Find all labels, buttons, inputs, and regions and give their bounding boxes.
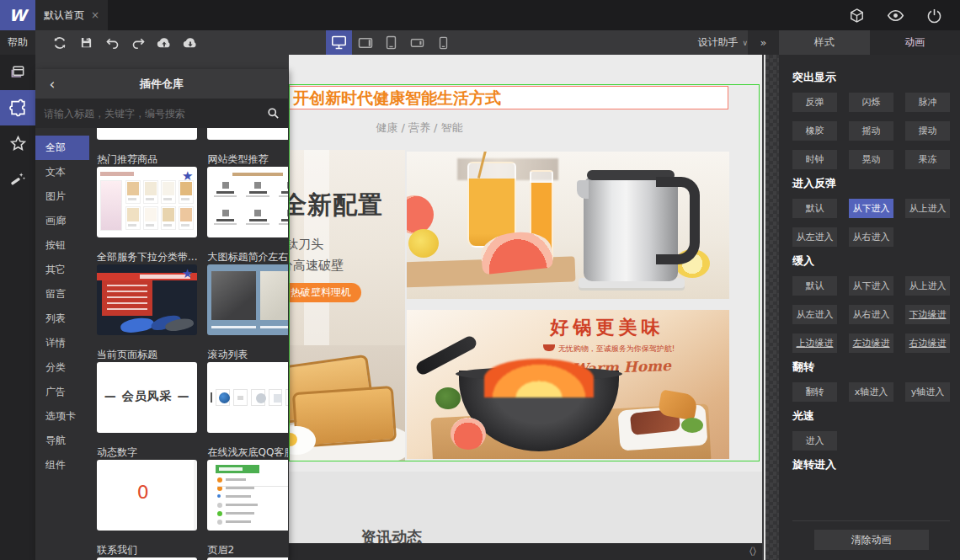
animation-option-button[interactable]: 从下进入 xyxy=(849,276,893,296)
code-view-icon[interactable]: 〈〉 xyxy=(744,545,762,559)
animation-option-button[interactable]: 进入 xyxy=(792,431,837,451)
animation-option-button[interactable]: 脉冲 xyxy=(905,93,950,112)
redo-icon[interactable] xyxy=(131,35,146,51)
cloud-download-icon[interactable] xyxy=(183,35,198,51)
animation-option-button[interactable]: 上边缘进 xyxy=(792,333,837,353)
favorites-star-icon[interactable] xyxy=(0,125,35,161)
animation-option-button[interactable]: 时钟 xyxy=(792,150,837,169)
plugin-item-thumbnail[interactable]: 0 xyxy=(97,460,197,531)
cloud-upload-icon[interactable] xyxy=(157,35,172,51)
plugin-item[interactable]: 热门推荐商品★ xyxy=(97,148,197,246)
page-title-element[interactable]: 开创新时代健康智能生活方式 xyxy=(289,86,728,109)
category-item[interactable]: 留言 xyxy=(35,282,89,307)
page-preview[interactable]: 开创新时代健康智能生活方式 健康 / 营养 / 智能 全新配置 钛刀头 分高速破… xyxy=(289,55,762,560)
device-tablet-landscape-icon[interactable] xyxy=(352,30,378,55)
magic-wand-icon[interactable] xyxy=(0,161,35,196)
plugin-item[interactable]: 动态数字0 xyxy=(97,441,197,539)
animation-option-button[interactable]: 从下进入 xyxy=(849,199,893,218)
plugin-item-thumbnail[interactable]: ★ xyxy=(97,167,197,237)
animation-option-button[interactable]: x轴进入 xyxy=(849,382,893,402)
device-phone-landscape-icon[interactable] xyxy=(404,30,430,55)
plugin-item-thumbnail[interactable]: ★ xyxy=(97,264,197,335)
page-subtitle[interactable]: 健康 / 营养 / 智能 xyxy=(335,120,504,136)
clear-animation-button[interactable]: 清除动画 xyxy=(814,530,929,550)
animation-option-button[interactable]: 从上进入 xyxy=(905,276,950,296)
favorite-star-icon[interactable]: ★ xyxy=(182,168,193,184)
category-item[interactable]: 选项卡 xyxy=(35,404,89,429)
plugin-item[interactable] xyxy=(97,128,197,148)
category-item[interactable]: 广告 xyxy=(35,380,89,404)
plugins-puzzle-icon[interactable] xyxy=(0,90,35,125)
category-item[interactable]: 组件 xyxy=(35,453,89,477)
category-item[interactable]: 分类 xyxy=(35,355,89,380)
wok-banner-photo[interactable]: 好锅更美味 无忧购物，至诚服务为你保驾护航! Warm Home xyxy=(407,310,729,459)
animation-option-button[interactable]: 果冻 xyxy=(905,150,950,169)
animation-option-button[interactable]: 左边缘进 xyxy=(849,333,893,353)
canvas-gutter[interactable] xyxy=(764,55,779,560)
animation-option-button[interactable]: 从上进入 xyxy=(905,199,950,218)
plugin-item[interactable]: 滚动列表★ xyxy=(207,344,288,441)
plugin-item[interactable]: 全部服务下拉分类带...★ xyxy=(97,246,197,344)
collapse-panel-chevrons-icon[interactable]: » xyxy=(748,30,779,55)
category-item[interactable]: 画廊 xyxy=(35,209,89,233)
plugin-item[interactable]: 大图标题简介左右切... xyxy=(207,246,288,344)
animation-option-button[interactable]: 从左进入 xyxy=(792,305,837,324)
plugin-search-input[interactable] xyxy=(44,108,267,120)
category-item[interactable]: 全部 xyxy=(35,136,89,160)
plugin-item-thumbnail[interactable]: — 会员风采 — xyxy=(97,362,197,433)
animation-option-button[interactable]: 摆动 xyxy=(905,121,950,141)
category-item[interactable]: 列表 xyxy=(35,307,89,331)
category-item[interactable]: 其它 xyxy=(35,258,89,282)
tab-style[interactable]: 样式 xyxy=(779,30,870,55)
components-cube-icon[interactable] xyxy=(837,0,876,30)
design-assistant-dropdown[interactable]: 设计助手 ∨ xyxy=(697,35,748,50)
plugin-item-thumbnail[interactable]: ★ xyxy=(207,362,288,433)
device-phone-portrait-icon[interactable] xyxy=(430,30,456,55)
banner-button[interactable]: 热破壁料理机 xyxy=(289,283,361,302)
category-item[interactable]: 按钮 xyxy=(35,233,89,258)
help-button[interactable]: 帮助 xyxy=(0,30,35,55)
plugin-item-thumbnail[interactable] xyxy=(207,128,288,140)
undo-icon[interactable] xyxy=(104,35,120,51)
bread-photo[interactable] xyxy=(289,345,405,461)
plugin-item[interactable]: 联系我们 xyxy=(97,539,197,560)
animation-option-button[interactable]: 下边缘进 xyxy=(905,305,950,324)
plugin-item-thumbnail[interactable] xyxy=(97,128,197,140)
search-icon[interactable] xyxy=(267,107,280,120)
animation-option-button[interactable]: 闪烁 xyxy=(849,93,893,112)
tab-animation[interactable]: 动画 xyxy=(870,30,960,55)
category-item[interactable]: 详情 xyxy=(35,331,89,355)
animation-option-button[interactable]: 反弹 xyxy=(792,93,837,112)
animation-option-button[interactable]: 右边缘进 xyxy=(905,333,950,353)
animation-option-button[interactable]: 翻转 xyxy=(792,382,837,402)
animation-option-button[interactable]: 默认 xyxy=(792,199,837,218)
plugin-item-thumbnail[interactable] xyxy=(207,264,288,335)
refresh-icon[interactable] xyxy=(52,35,67,51)
plugin-item-thumbnail[interactable]: ★ xyxy=(207,167,288,237)
plugin-item[interactable]: 页眉2 xyxy=(207,539,288,560)
preview-eye-icon[interactable] xyxy=(876,0,915,30)
back-chevron-icon[interactable]: ‹ xyxy=(35,76,69,93)
page-tab-default-home[interactable]: 默认首页 × xyxy=(35,0,108,30)
tab-close-icon[interactable]: × xyxy=(91,9,99,21)
animation-option-button[interactable]: 默认 xyxy=(792,276,837,296)
animation-option-button[interactable]: 从左进入 xyxy=(792,227,837,247)
pages-icon[interactable] xyxy=(0,55,35,90)
animation-option-button[interactable]: 晃动 xyxy=(849,150,893,169)
category-item[interactable]: 图片 xyxy=(35,184,89,209)
save-icon[interactable] xyxy=(78,35,93,51)
plugin-item[interactable]: 网站类型推荐★ xyxy=(207,148,288,246)
plugin-item[interactable]: 当前页面标题— 会员风采 — xyxy=(97,344,197,441)
category-item[interactable]: 导航 xyxy=(35,429,89,453)
plugin-item[interactable] xyxy=(207,128,288,148)
plugin-item-thumbnail[interactable] xyxy=(207,460,288,531)
category-item[interactable]: 文本 xyxy=(35,160,89,184)
animation-option-button[interactable]: 从右进入 xyxy=(849,305,893,324)
banner-blender[interactable]: 全新配置 钛刀头 分高速破壁 热破壁料理机 xyxy=(289,150,405,345)
animation-option-button[interactable]: 橡胶 xyxy=(792,121,837,141)
favorite-star-icon[interactable]: ★ xyxy=(182,266,193,281)
kettle-photo[interactable] xyxy=(407,152,729,299)
animation-option-button[interactable]: 从右进入 xyxy=(849,227,893,247)
animation-option-button[interactable]: y轴进入 xyxy=(905,382,950,402)
animation-option-button[interactable]: 摇动 xyxy=(849,121,893,141)
